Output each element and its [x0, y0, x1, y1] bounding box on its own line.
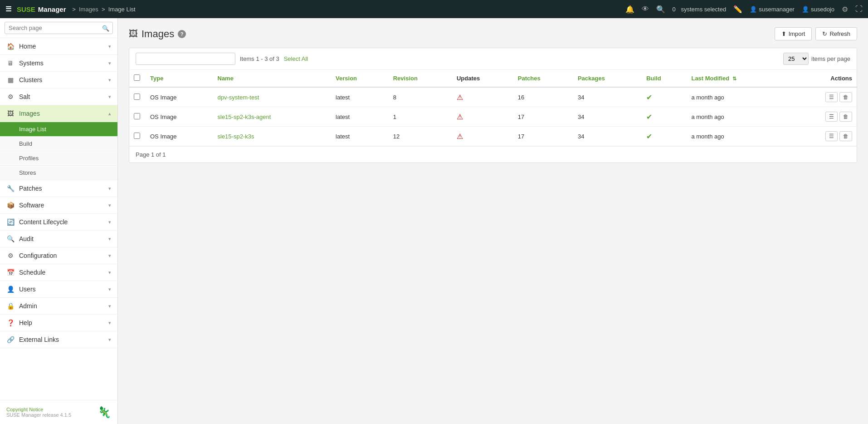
sidebar-item-stores[interactable]: Stores [0, 166, 117, 180]
row-name-link[interactable]: dpv-system-test [218, 94, 259, 101]
page-title: Images [141, 28, 174, 40]
page-header: 🖼 Images ? ⬆ Import ↻ Refresh [129, 27, 857, 40]
edit-icon[interactable]: ✏️ [733, 5, 742, 14]
bell-icon[interactable]: 🔔 [625, 5, 634, 14]
sidebar-item-external-links[interactable]: 🔗External Links ▾ [0, 331, 117, 348]
chevron-icon: ▾ [108, 77, 111, 83]
breadcrumb-current: Image List [108, 6, 136, 13]
sidebar-item-salt[interactable]: ⚙Salt ▾ [0, 89, 117, 105]
systems-selected: 0 systems selected [673, 6, 727, 13]
col-revision[interactable]: Revision [389, 70, 452, 87]
search-icon: 🔍 [102, 25, 109, 31]
col-updates: Updates [452, 70, 513, 87]
breadcrumb-parent[interactable]: Images [79, 6, 98, 13]
row-last-modified: a month ago [687, 127, 789, 146]
sidebar-item-schedule[interactable]: 📅Schedule ▾ [0, 264, 117, 281]
error-icon: ⚠ [457, 133, 463, 140]
settings-icon[interactable]: ⚙ [842, 5, 848, 14]
sidebar-item-content-lifecycle[interactable]: 🔄Content Lifecycle ▾ [0, 214, 117, 231]
systems-selected-count: 0 [673, 6, 676, 13]
user1[interactable]: 👤 susemanager [750, 6, 795, 13]
row-checkbox[interactable] [134, 113, 140, 119]
row-type: OS Image [146, 127, 213, 146]
col-actions: Actions [789, 70, 857, 87]
table-search-input[interactable] [136, 53, 235, 65]
table-row: OS Image dpv-system-test latest 8 ⚠ 16 3… [129, 87, 857, 107]
success-icon: ✔ [646, 133, 652, 140]
details-button[interactable]: ☰ [825, 112, 838, 122]
sidebar-item-patches[interactable]: 🔧Patches ▾ [0, 180, 117, 197]
sidebar-item-help[interactable]: ❓Help ▾ [0, 315, 117, 331]
version-label: SUSE Manager release 4.1.5 [6, 412, 71, 418]
delete-button[interactable]: 🗑 [839, 131, 852, 141]
brand: ☰ SUSEManager [5, 5, 66, 13]
chameleon-logo: 🦎 [98, 406, 111, 419]
refresh-button[interactable]: ↻ Refresh [815, 27, 857, 40]
table-toolbar-left: Items 1 - 3 of 3 Select All [136, 53, 308, 65]
row-type: OS Image [146, 87, 213, 107]
table-row: OS Image sle15-sp2-k3s-agent latest 1 ⚠ … [129, 107, 857, 127]
expand-icon[interactable]: ⛶ [855, 5, 863, 13]
clusters-icon: ▦ [6, 76, 15, 84]
row-name-link[interactable]: sle15-sp2-k3s-agent [218, 113, 271, 120]
images-table: Type Name Version Revision Updates [129, 70, 857, 146]
col-last-modified[interactable]: Last Modified ⇅ [687, 70, 789, 87]
topnav-right: 🔔 👁 🔍 0 systems selected ✏️ 👤 susemanage… [625, 5, 863, 14]
sidebar-item-profiles[interactable]: Profiles [0, 151, 117, 166]
copyright-link[interactable]: Copyright Notice [6, 407, 43, 412]
chevron-icon: ▾ [108, 44, 111, 49]
details-button[interactable]: ☰ [825, 131, 838, 141]
layout: 🔍 🏠Home ▾ 🖥Systems ▾ ▦Clusters ▾ ⚙Salt ▾… [0, 18, 868, 424]
systems-selected-label: systems selected [681, 6, 726, 13]
hamburger-icon[interactable]: ☰ [5, 5, 11, 13]
row-checkbox[interactable] [134, 133, 140, 139]
help-icon: ❓ [6, 319, 15, 326]
details-button[interactable]: ☰ [825, 92, 838, 102]
sidebar-item-configuration[interactable]: ⚙Configuration ▾ [0, 247, 117, 264]
col-packages[interactable]: Packages [573, 70, 642, 87]
search-input[interactable] [5, 22, 113, 34]
success-icon: ✔ [646, 94, 652, 101]
images-submenu: Image List Build Profiles Stores [0, 122, 117, 180]
sidebar-item-clusters[interactable]: ▦Clusters ▾ [0, 72, 117, 89]
row-last-modified: a month ago [687, 87, 789, 107]
row-checkbox[interactable] [134, 94, 140, 100]
delete-button[interactable]: 🗑 [839, 112, 852, 122]
systems-icon: 🖥 [6, 59, 15, 67]
sort-icon: ⇅ [732, 76, 736, 81]
chevron-icon: ▾ [108, 236, 111, 242]
col-type[interactable]: Type [146, 70, 213, 87]
col-patches[interactable]: Patches [513, 70, 573, 87]
sidebar-item-images[interactable]: 🖼Images ▴ [0, 105, 117, 122]
brand-manager: Manager [38, 5, 66, 13]
sidebar-item-admin[interactable]: 🔒Admin ▾ [0, 298, 117, 315]
sidebar-item-build[interactable]: Build [0, 137, 117, 151]
sidebar-item-home[interactable]: 🏠Home ▾ [0, 38, 117, 55]
sidebar-item-image-list[interactable]: Image List [0, 122, 117, 137]
sidebar-item-audit[interactable]: 🔍Audit ▾ [0, 231, 117, 247]
row-name: sle15-sp2-k3s [213, 127, 332, 146]
user2[interactable]: 👤 susedojo [802, 6, 834, 13]
schedule-icon: 📅 [6, 269, 15, 276]
select-all-link[interactable]: Select All [284, 55, 308, 62]
sidebar-item-software[interactable]: 📦Software ▾ [0, 197, 117, 214]
row-version: latest [331, 127, 389, 146]
images-page-icon: 🖼 [129, 29, 138, 39]
col-name[interactable]: Name [213, 70, 332, 87]
col-build[interactable]: Build [642, 70, 687, 87]
import-button[interactable]: ⬆ Import [775, 27, 812, 40]
help-tooltip-icon[interactable]: ? [178, 30, 186, 38]
success-icon: ✔ [646, 113, 652, 121]
row-actions: ☰ 🗑 [789, 107, 857, 127]
sidebar-item-users[interactable]: 👤Users ▾ [0, 281, 117, 298]
sidebar-item-systems[interactable]: 🖥Systems ▾ [0, 55, 117, 72]
delete-button[interactable]: 🗑 [839, 92, 852, 102]
row-patches: 16 [513, 87, 573, 107]
search-icon[interactable]: 🔍 [656, 5, 665, 14]
select-all-checkbox[interactable] [134, 74, 140, 81]
col-version[interactable]: Version [331, 70, 389, 87]
row-actions: ☰ 🗑 [789, 87, 857, 107]
row-name-link[interactable]: sle15-sp2-k3s [218, 133, 254, 140]
items-per-page-select[interactable]: 10 25 50 100 250 [783, 53, 809, 65]
eye-icon[interactable]: 👁 [642, 5, 649, 13]
